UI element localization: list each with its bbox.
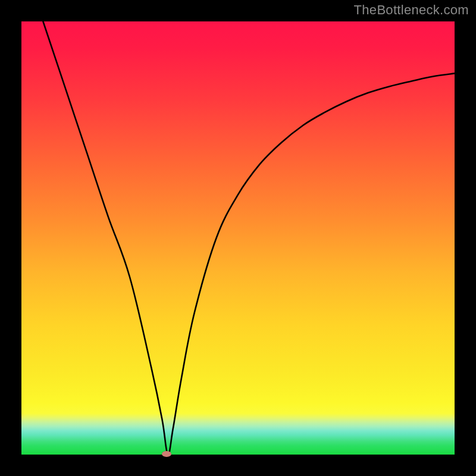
minimum-marker bbox=[162, 451, 171, 457]
chart-container: TheBottleneck.com bbox=[0, 0, 476, 476]
plot-area bbox=[21, 21, 455, 455]
watermark-text: TheBottleneck.com bbox=[354, 2, 469, 18]
bottleneck-curve bbox=[21, 21, 455, 455]
